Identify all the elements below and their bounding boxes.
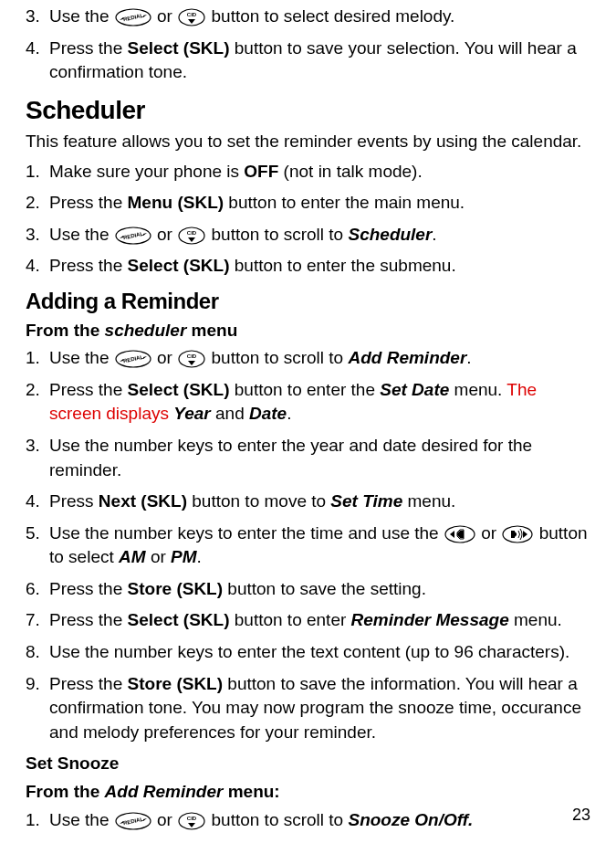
speaker-left-icon [444,525,475,543]
redial-icon [115,8,151,26]
adding-step-8: 8. Use the number keys to enter the text… [26,640,590,665]
adding-reminder-heading: Adding a Reminder [26,286,590,317]
cid-icon [178,8,205,26]
adding-step-5: 5. Use the number keys to enter the time… [26,522,590,570]
adding-step-2: 2. Press the Select (SKL) button to ente… [26,378,590,427]
set-snooze-heading: Set Snooze [26,752,590,776]
scheduler-step-3: 3. Use the or button to scroll to Schedu… [26,223,590,248]
snooze-step-2: 2. Press the Select (SKL) button to ente… [26,839,590,843]
scheduler-intro: This feature allows you to set the remin… [26,130,590,154]
scheduler-step-2: 2. Press the Menu (SKL) button to enter … [26,191,590,216]
melody-step-3: 3. Use the or button to select desired m… [26,5,590,29]
speaker-right-icon [502,525,533,543]
adding-step-4: 4. Press Next (SKL) button to move to Se… [26,490,590,514]
scheduler-steps: 1. Make sure your phone is OFF (not in t… [26,160,590,279]
melody-steps: 3. Use the or button to select desired m… [26,5,590,85]
redial-icon [115,227,151,245]
redial-icon [115,350,151,368]
cid-icon [178,350,205,368]
adding-reminder-steps: 1. Use the or button to scroll to Add Re… [26,346,590,744]
scheduler-step-1: 1. Make sure your phone is OFF (not in t… [26,160,590,184]
adding-step-9: 9. Press the Store (SKL) button to save … [26,672,590,745]
cid-icon [178,227,205,245]
adding-step-7: 7. Press the Select (SKL) button to ente… [26,608,590,633]
scheduler-step-4: 4. Press the Select (SKL) button to ente… [26,254,590,279]
set-snooze-sub: From the Add Reminder menu: [26,780,590,805]
scheduler-heading: Scheduler [26,92,590,128]
adding-step-1: 1. Use the or button to scroll to Add Re… [26,346,590,371]
adding-step-6: 6. Press the Store (SKL) button to save … [26,577,590,602]
adding-reminder-sub: From the scheduler menu [26,319,590,343]
redial-icon [115,812,151,830]
melody-step-4: 4. Press the Select (SKL) button to save… [26,37,590,85]
snooze-steps: 1. Use the or button to scroll to Snooze… [26,808,590,843]
cid-icon [178,812,205,830]
adding-step-3: 3. Use the number keys to enter the year… [26,434,590,482]
snooze-step-1: 1. Use the or button to scroll to Snooze… [26,808,590,833]
page-number: 23 [572,804,590,827]
